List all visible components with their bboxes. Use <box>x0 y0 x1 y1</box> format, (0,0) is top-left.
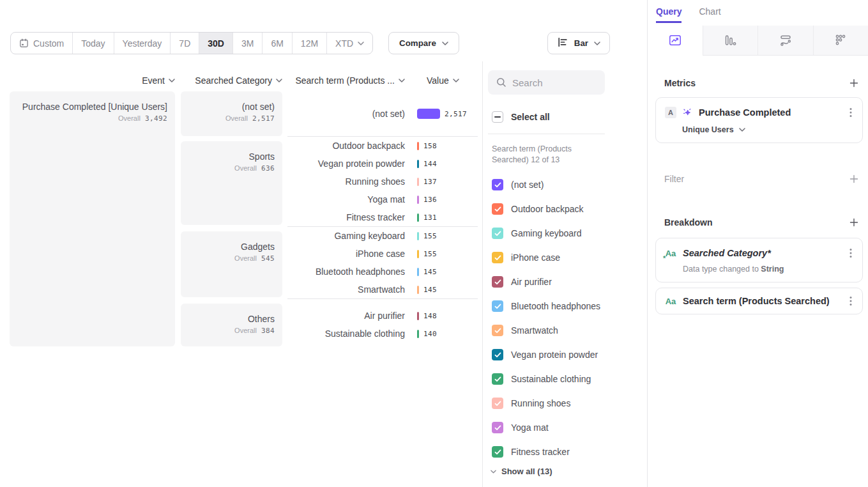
date-range-12m[interactable]: 12M <box>292 33 326 54</box>
checkbox-checked[interactable] <box>492 179 503 190</box>
checkbox-checked[interactable] <box>492 398 503 409</box>
legend-item[interactable]: Outdoor backpack <box>483 197 647 221</box>
select-all[interactable]: Select all <box>492 111 647 123</box>
checkbox-checked[interactable] <box>492 325 503 336</box>
date-range-6m[interactable]: 6M <box>262 33 291 54</box>
legend-context-label: Search term (Products Searched) 12 of 13 <box>492 144 607 165</box>
checkbox-indeterminate[interactable] <box>492 111 503 123</box>
date-range-custom[interactable]: Custom <box>11 33 72 54</box>
legend-item[interactable]: Running shoes <box>483 391 647 415</box>
check-icon <box>494 206 501 212</box>
date-range-yesterday[interactable]: Yesterday <box>114 33 171 54</box>
date-range-3m[interactable]: 3M <box>232 33 262 54</box>
metric-card[interactable]: A Purchase Completed Unique Users <box>655 97 863 143</box>
category-cell[interactable]: SportsOverall636 <box>181 141 282 225</box>
show-all-button[interactable]: Show all (13) <box>491 467 647 476</box>
legend-item[interactable]: Air purifier <box>483 270 647 294</box>
term-row[interactable]: iPhone case155 <box>287 245 478 263</box>
date-range-today[interactable]: Today <box>72 33 113 54</box>
view-tab-bars-icon[interactable] <box>703 26 758 56</box>
term-row[interactable]: Fitness tracker131 <box>287 208 478 226</box>
chart-type-label: Bar <box>574 38 588 48</box>
term-row[interactable]: Air purifier148 <box>287 307 478 325</box>
category-cell[interactable]: (not set)Overall2,517 <box>181 91 282 136</box>
checkbox-checked[interactable] <box>492 300 503 312</box>
breakdown-name: Search term (Products Searched) <box>683 296 830 306</box>
legend-item[interactable]: Yoga mat <box>483 415 647 440</box>
checkbox-checked[interactable] <box>492 446 503 458</box>
legend-item[interactable]: Bluetooth headphones <box>483 294 647 318</box>
table-headers: Event Searched Category Search term (Pro… <box>10 75 478 86</box>
table-body: Purchase Completed [Unique Users] Overal… <box>10 91 478 346</box>
legend-item[interactable]: Smartwatch <box>483 318 647 343</box>
view-tab-insights-icon[interactable] <box>648 26 703 56</box>
check-icon <box>494 255 501 261</box>
checkbox-checked[interactable] <box>492 349 503 360</box>
checkbox-checked[interactable] <box>492 373 503 385</box>
checkbox-checked[interactable] <box>492 422 503 433</box>
checkbox-checked[interactable] <box>492 276 503 288</box>
compare-label: Compare <box>399 38 436 48</box>
legend-item[interactable]: Gaming keyboard <box>483 221 647 245</box>
kebab-menu-icon[interactable] <box>848 295 853 307</box>
term-row[interactable]: Sustainable clothing140 <box>287 325 478 343</box>
measure-selector[interactable]: Unique Users <box>682 125 853 134</box>
legend-item[interactable]: Fitness tracker <box>483 440 647 464</box>
checkbox-checked[interactable] <box>492 252 503 263</box>
term-row[interactable]: Running shoes137 <box>287 173 478 190</box>
value-bar <box>417 178 419 186</box>
checkbox-checked[interactable] <box>492 203 503 215</box>
tab-query[interactable]: Query <box>656 6 681 23</box>
add-metric-button[interactable] <box>849 78 859 88</box>
metric-name: Purchase Completed <box>699 107 791 118</box>
legend-panel: Select all Search term (Products Searche… <box>482 61 647 487</box>
series-badge: A <box>665 107 676 118</box>
value-bar <box>417 312 419 320</box>
column-header-event[interactable]: Event <box>10 75 175 86</box>
date-range-7d[interactable]: 7D <box>170 33 199 54</box>
string-type-icon: Aa <box>665 249 676 258</box>
term-group: Outdoor backpack158Vegan protein powder1… <box>287 136 478 226</box>
legend-item[interactable]: Sustainable clothing <box>483 367 647 391</box>
legend-item[interactable]: (not set) <box>483 173 647 197</box>
view-tab-retention-icon[interactable] <box>813 26 868 56</box>
date-range-xtd[interactable]: XTD <box>326 33 372 54</box>
term-row[interactable]: Vegan protein powder144 <box>287 155 478 173</box>
filter-heading: Filter <box>664 174 684 184</box>
term-row[interactable]: Smartwatch145 <box>287 281 478 298</box>
column-header-search-term[interactable]: Search term (Products ... <box>287 75 414 86</box>
check-icon <box>494 401 501 406</box>
column-header-searched-category[interactable]: Searched Category <box>181 75 282 86</box>
column-header-value[interactable]: Value <box>427 75 459 86</box>
view-tab-flows-icon[interactable] <box>758 26 813 56</box>
event-cell[interactable]: Purchase Completed [Unique Users] Overal… <box>10 91 175 346</box>
checkbox-checked[interactable] <box>492 228 503 239</box>
chart-type-button[interactable]: Bar <box>547 32 610 54</box>
term-row[interactable]: Gaming keyboard155 <box>287 227 478 245</box>
search-box[interactable] <box>488 70 605 95</box>
term-row[interactable]: (not set)2,517 <box>287 105 478 123</box>
tab-chart[interactable]: Chart <box>699 6 720 23</box>
compare-button[interactable]: Compare <box>388 32 459 54</box>
breakdown-heading: Breakdown <box>664 217 712 228</box>
search-input[interactable] <box>512 77 602 88</box>
term-row[interactable]: Bluetooth headphones145 <box>287 263 478 281</box>
add-breakdown-button[interactable] <box>849 217 859 228</box>
breakdown-card-search-term[interactable]: Aa Search term (Products Searched) <box>655 288 863 314</box>
legend-item[interactable]: Vegan protein powder <box>483 343 647 367</box>
kebab-menu-icon[interactable] <box>848 247 853 259</box>
term-group: (not set)2,517 <box>287 91 478 136</box>
legend-item[interactable]: iPhone case <box>483 245 647 270</box>
category-cell[interactable]: GadgetsOverall545 <box>181 231 282 297</box>
check-icon <box>494 279 501 285</box>
term-row[interactable]: Yoga mat136 <box>287 190 478 208</box>
breakdown-table: Event Searched Category Search term (Pro… <box>10 75 478 346</box>
breakdown-card-searched-category[interactable]: Aa Searched Category* Data type changed … <box>655 238 863 282</box>
add-filter-button[interactable] <box>849 174 859 184</box>
kebab-menu-icon[interactable] <box>848 106 853 119</box>
chevron-down-icon <box>442 42 448 45</box>
horizontal-bar-chart-icon <box>557 36 568 50</box>
category-cell[interactable]: OthersOverall384 <box>181 304 282 346</box>
term-row[interactable]: Outdoor backpack158 <box>287 137 478 155</box>
date-range-30d[interactable]: 30D <box>199 33 232 54</box>
